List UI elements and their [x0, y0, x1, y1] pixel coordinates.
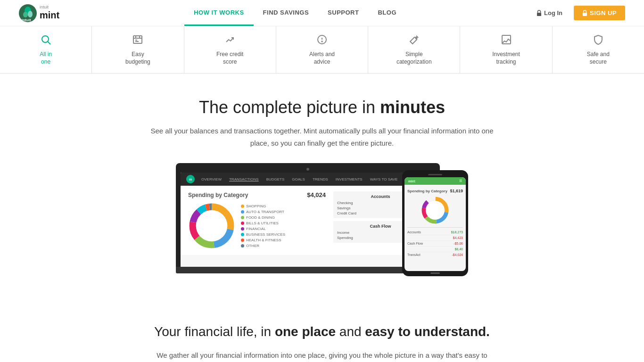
feature-label-alerts: Alerts andadvice — [309, 51, 335, 66]
feature-label-free-credit: Free creditscore — [216, 51, 243, 66]
svg-line-8 — [48, 42, 51, 45]
nav-find-savings[interactable]: FIND SAVINGS — [254, 0, 319, 26]
svg-rect-5 — [537, 13, 541, 16]
main-subtitle: See all your balances and transactions t… — [143, 125, 501, 149]
shield-icon — [593, 34, 604, 48]
svg-rect-9 — [133, 36, 142, 43]
phone-mockup: mint ☰ Spending by Category $1,619 — [402, 170, 468, 276]
signup-button[interactable]: SIGN UP — [574, 6, 625, 20]
logo-mint-text: mint — [40, 9, 59, 21]
svg-point-34 — [426, 201, 445, 220]
logo-intuit-text: intuit — [40, 5, 59, 9]
lock-icon — [537, 10, 542, 16]
logo[interactable]: intuit intuit mint — [19, 4, 59, 22]
main-content: The complete picture in minutes See all … — [0, 74, 644, 300]
spending-donut-chart — [188, 202, 235, 249]
alert-icon — [316, 34, 328, 48]
svg-point-7 — [42, 36, 49, 42]
chart-title: Spending by Category — [188, 192, 248, 198]
search-icon — [40, 34, 51, 48]
second-subtitle: We gather all your financial information… — [143, 349, 501, 362]
phone-chart-title: Spending by Category — [407, 189, 447, 193]
feature-safe[interactable]: Safe andsecure — [553, 26, 644, 73]
navbar-left: intuit intuit mint — [19, 4, 59, 22]
budget-icon — [132, 34, 143, 48]
main-title: The complete picture in minutes — [19, 97, 625, 117]
svg-point-3 — [23, 12, 28, 17]
feature-label-investment: Investmenttracking — [492, 51, 520, 66]
feature-label-categorization: Simplecategorization — [396, 51, 432, 66]
navbar-right: Log In SIGN UP — [531, 6, 625, 20]
signup-lock-icon — [582, 10, 587, 16]
second-section: Your financial life, in one place and ea… — [0, 300, 644, 362]
login-button[interactable]: Log In — [531, 7, 568, 19]
navbar: intuit intuit mint HOW IT WORKS FIND SAV… — [0, 0, 644, 26]
feature-free-credit[interactable]: Free creditscore — [184, 26, 276, 73]
phone-spending-chart — [421, 196, 449, 224]
navbar-nav: HOW IT WORKS FIND SAVINGS SUPPORT BLOG — [184, 0, 406, 26]
svg-text:intuit: intuit — [22, 18, 31, 22]
trending-icon — [224, 34, 236, 48]
feature-alerts[interactable]: Alerts andadvice — [276, 26, 368, 73]
chart-amount: $4,024 — [307, 191, 326, 198]
nav-blog[interactable]: BLOG — [368, 0, 406, 26]
feature-label-safe: Safe andsecure — [587, 51, 610, 66]
svg-rect-6 — [583, 13, 587, 16]
investment-icon — [501, 34, 512, 48]
svg-point-2 — [28, 11, 33, 17]
feature-label-easy-budgeting: Easybudgeting — [125, 51, 150, 66]
laptop-mockup: m OVERVIEW TRANSACTIONS BUDGETS GOALS TR… — [176, 163, 440, 273]
phone-chart-amount: $1,619 — [450, 189, 463, 193]
feature-all-in-one[interactable]: All inone — [0, 26, 92, 73]
feature-easy-budgeting[interactable]: Easybudgeting — [92, 26, 184, 73]
feature-label-all-in-one: All inone — [40, 51, 52, 66]
feature-nav: All inone Easybudgeting Free creditscore — [0, 26, 644, 74]
svg-point-18 — [416, 38, 417, 39]
feature-categorization[interactable]: Simplecategorization — [368, 26, 460, 73]
tag-icon — [408, 34, 420, 48]
nav-support[interactable]: SUPPORT — [318, 0, 368, 26]
svg-point-28 — [196, 210, 228, 242]
logo-icon: intuit — [19, 4, 37, 22]
feature-investment[interactable]: Investmenttracking — [460, 26, 552, 73]
nav-how-it-works[interactable]: HOW IT WORKS — [184, 0, 253, 26]
svg-point-17 — [322, 41, 322, 42]
second-title: Your financial life, in one place and ea… — [19, 323, 625, 340]
